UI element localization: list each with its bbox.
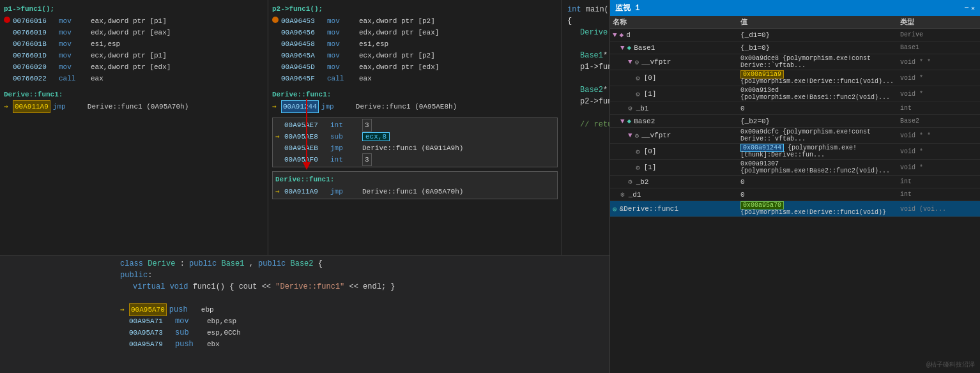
disasm-line[interactable]: 00A96458 mov esi,esp [272,38,558,50]
disasm-line[interactable]: ⇒ 00A95A70 push ebp [5,304,604,316]
disasm-arrow-line-2[interactable]: ⇒ 00A91244 jmp Derive::func1 (0A95AE8h) [272,101,558,112]
icon-vfptr1-1: ⚙ [636,90,640,98]
icon-b2: ⚙ [628,178,632,186]
disasm-line[interactable]: 00A95AF0 int 3 [275,154,555,165]
icon-d: ◆ [620,31,624,39]
disasm-line[interactable]: 00766019 mov edx,dword ptr [eax] [4,27,264,38]
watch-row-b2[interactable]: ⚙ _b2 0 int [610,176,980,188]
disasm-arrow-line[interactable]: ⇒ 00A911A9 jmp Derive::func1 (0A95A70h) [4,101,264,112]
left-panels: p1->func1(); 00766016 mov eax,dword ptr … [0,0,609,373]
panel-middle-title: p2->func1(); [272,3,558,15]
expand-vfptr2[interactable]: ▼ [628,132,632,139]
breakpoint-dot [4,15,13,27]
icon-derive-func1: ⊕ [613,205,617,213]
disasm-arrow-line-3[interactable]: ⇒ 00A95AE8 sub ecx,8 [275,131,555,142]
col-value: 值 [740,17,900,27]
panel-middle: p2->func1(); 00A96453 mov eax,dword ptr … [268,0,562,255]
icon-vfptr2-0: ⚙ [636,148,640,156]
code-line: public: [5,270,604,281]
watch-row-vfptr2-0[interactable]: ⚙ [0] 0x00a91244 {polymorphism.exe![thun… [610,144,980,160]
disasm-line[interactable]: 0076601B mov esi,esp [4,38,264,50]
disasm-line[interactable]: 00A95A73 sub esp,0CCh [5,327,604,339]
icon-d1: ⚙ [620,190,625,199]
watch-row-d[interactable]: ▼ ◆ d {_d1=0} Derive [610,29,980,42]
expand-base2[interactable]: ▼ [620,118,625,125]
watch-row-base1[interactable]: ▼ ◆ Base1 {_b1=0} Base1 [610,42,980,54]
icon-vfptr1: ⚙ [635,58,639,66]
expand-d[interactable]: ▼ [613,31,617,39]
col-type: 类型 [900,17,977,27]
expand-base1[interactable]: ▼ [620,44,625,52]
close-icon: ✕ [971,4,975,12]
icon-base2: ◆ [627,117,632,125]
watch-row-base2[interactable]: ▼ ◆ Base2 {_b2=0} Base2 [610,115,980,128]
disasm-line[interactable]: 00766020 mov eax,dword ptr [edx] [4,61,264,73]
disasm-line[interactable]: 00A9645F call eax [272,73,558,84]
disasm-arrow-line-4[interactable]: ⇒ 00A911A9 jmp Derive::func1 (0A95A70h) [275,186,555,197]
arrow-icon-3: ⇒ [275,131,284,142]
watch-header-icons: ─ ✕ [965,4,975,12]
arrow-icon: ⇒ [4,101,13,112]
watch-panel: 监视 1 ─ ✕ 名称 值 类型 ▼ ◆ d {_d1=0} Derive [609,0,980,373]
section-label-func1: Derive::func1: [4,88,264,101]
disasm-line[interactable]: 0076601D mov ecx,dword ptr [p1] [4,50,264,61]
panel-left-title: p1->func1(); [4,3,264,15]
disasm-line[interactable]: 00A95A71 mov ebp,esp [5,316,604,327]
disasm-line[interactable]: 00A95A79 push ebx [5,339,604,350]
watch-row-vfptr2-1[interactable]: ⚙ [1] 0x00a91307 {polymorphism.exe!Base2… [610,160,980,176]
expand-vfptr1[interactable]: ▼ [628,58,632,66]
icon-b1: ⚙ [628,104,632,112]
code-line: class Derive : public Base1 , public Bas… [5,258,604,270]
watch-title: 监视 1 [615,3,639,13]
disasm-line[interactable]: 00766016 mov eax,dword ptr [p1] [4,15,264,27]
sub-block-1: 00A95AE7 int 3 ⇒ 00A95AE8 sub ecx,8 00A9… [272,118,558,167]
disasm-line[interactable]: 00A9645A mov ecx,dword ptr [p2] [272,50,558,61]
watch-table[interactable]: ▼ ◆ d {_d1=0} Derive ▼ ◆ Base1 {_b1=0} B… [610,29,980,373]
disasm-line[interactable]: 00A96453 mov eax,dword ptr [p2] [272,15,558,27]
icon-vfptr2: ⚙ [635,132,639,140]
section-label-func1-2: Derive::func1: [272,88,558,101]
icon-vfptr2-1: ⚙ [636,164,640,172]
top-panels: p1->func1(); 00766016 mov eax,dword ptr … [0,0,609,255]
disasm-line[interactable]: 00A95AE7 int 3 [275,119,555,131]
section-label-func1-3: Derive::func1: [275,173,555,186]
col-name: 名称 [613,17,740,27]
bottom-panel: class Derive : public Base1 , public Bas… [0,255,609,373]
watch-row-vfptr2[interactable]: ▼ ⚙ __vfptr 0x00a9dcfc {polymorphism.exe… [610,128,980,144]
main-content: p1->func1(); 00766016 mov eax,dword ptr … [0,0,980,373]
watch-columns: 名称 值 类型 [610,16,980,29]
watch-row-b1[interactable]: ⚙ _b1 0 int [610,102,980,115]
code-line [5,293,604,304]
arrow-icon-2: ⇒ [272,101,281,112]
watch-row-vfptr1-0[interactable]: ⚙ [0] 0x00a911a9 {polymorphism.exe!Deriv… [610,70,980,86]
watch-row-derive-func1[interactable]: ⊕ &Derive::func1 0x00a95a70 {polymorphis… [610,201,980,217]
breakpoint-dot2 [272,15,281,27]
arrow-icon-4: ⇒ [275,186,284,197]
sub-block-2: Derive::func1: ⇒ 00A911A9 jmp Derive::fu… [272,171,558,199]
disasm-line[interactable]: 00A96456 mov edx,dword ptr [eax] [272,27,558,38]
watch-row-vfptr1-1[interactable]: ⚙ [1] 0x00a913ed {polymorphism.exe!Base1… [610,86,980,102]
panel-left: p1->func1(); 00766016 mov eax,dword ptr … [0,0,268,255]
disasm-line[interactable]: 00A95AEB jmp Derive::func1 (0A911A9h) [275,142,555,154]
icon-base1: ◆ [627,43,632,52]
watch-header: 监视 1 ─ ✕ [610,0,980,16]
pin-icon: ─ [965,4,969,12]
code-line: virtual void func1() { cout << "Derive::… [5,281,604,293]
disasm-line[interactable]: 00A9645D mov eax,dword ptr [edx] [272,61,558,73]
arrow-icon-5: ⇒ [120,304,129,316]
watch-row-vfptr1[interactable]: ▼ ⚙ __vfptr 0x00a9dce8 {polymorphism.exe… [610,54,980,70]
watch-row-d1[interactable]: ⚙ _d1 0 int [610,188,980,201]
disasm-line[interactable]: 00766022 call eax [4,73,264,84]
icon-vfptr1-0: ⚙ [636,74,640,82]
